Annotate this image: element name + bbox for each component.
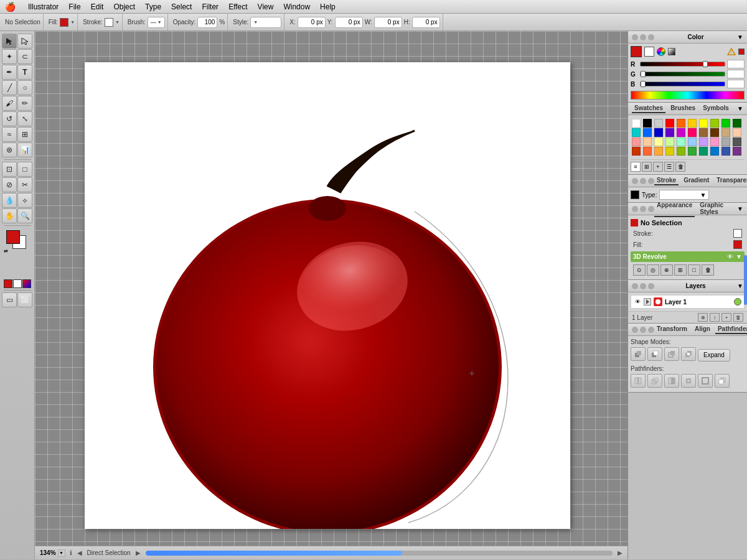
swatch-item[interactable] (665, 147, 674, 156)
appearance-panel-min[interactable] (640, 206, 646, 212)
fill-indicator[interactable] (4, 279, 12, 288)
fill-appear-box[interactable] (733, 240, 742, 249)
scroll-bar[interactable] (146, 551, 613, 556)
layers-panel-menu[interactable]: ▼ (737, 282, 743, 289)
layers-panel-close[interactable] (632, 283, 638, 289)
g-slider-track[interactable] (640, 72, 725, 77)
divide-btn[interactable] (631, 374, 646, 388)
menu-edit[interactable]: Edit (86, 1, 109, 12)
b-slider-thumb[interactable] (641, 81, 646, 87)
y-input[interactable] (335, 17, 363, 28)
swatch-item[interactable] (710, 138, 719, 146)
stroke-dropdown-arrow[interactable]: ▼ (115, 20, 120, 24)
swatch-item[interactable] (710, 128, 719, 137)
symbol-sprayer-tool[interactable]: ⊛ (2, 142, 17, 157)
stroke-color-square[interactable] (631, 190, 639, 199)
expand-button[interactable]: Expand (698, 349, 730, 362)
r-slider-track[interactable] (640, 62, 725, 67)
tab-stroke[interactable]: Stroke (654, 176, 679, 185)
swatch-item[interactable] (688, 138, 697, 146)
trim-btn[interactable] (647, 374, 662, 388)
panel-scrollbar[interactable] (744, 255, 747, 305)
layer-eye-icon[interactable]: 👁 (634, 298, 641, 306)
scroll-right-arrow[interactable]: ▶ (618, 549, 622, 556)
normal-view-tool[interactable]: ▭ (2, 292, 17, 307)
color-gamut-indicator[interactable] (738, 49, 745, 55)
w-input[interactable] (374, 17, 402, 28)
prev-arrow[interactable]: ◀ (77, 549, 82, 556)
appearance-panel-max[interactable] (648, 206, 654, 212)
type-tool[interactable]: T (17, 65, 32, 80)
swatches-panel-menu[interactable]: ▼ (737, 105, 743, 112)
tab-align[interactable]: Align (692, 325, 713, 334)
swatch-item[interactable] (632, 128, 641, 137)
unite-btn[interactable] (631, 347, 646, 361)
style-dropdown[interactable]: ▼ (250, 17, 281, 28)
menu-object[interactable]: Object (108, 1, 140, 12)
swatch-item[interactable] (721, 138, 730, 146)
menu-illustrator[interactable]: Illustrator (23, 1, 63, 12)
fill-dropdown-arrow[interactable]: ▼ (70, 20, 75, 24)
swatch-item[interactable] (733, 147, 741, 156)
gradient-indicator[interactable] (22, 279, 31, 288)
warp-tool[interactable]: ≈ (2, 127, 17, 142)
r-value-input[interactable]: 189 (727, 60, 745, 68)
scale-tool[interactable]: ⤡ (17, 111, 32, 126)
swatch-item[interactable] (677, 138, 685, 146)
brush-dropdown[interactable]: —▼ (148, 17, 165, 28)
tab-swatches[interactable]: Swatches (632, 104, 665, 113)
color-panel-min[interactable] (640, 34, 646, 40)
swatch-item[interactable] (665, 128, 674, 137)
stroke-appear-box[interactable] (733, 229, 742, 238)
swap-colors-icon[interactable]: ⇄ (4, 248, 8, 254)
tab-gradient[interactable]: Gradient (681, 176, 712, 185)
effect-visibility-icon[interactable]: 👁 (727, 253, 733, 260)
swatch-item[interactable] (733, 138, 741, 146)
swatch-item[interactable] (643, 147, 652, 156)
tab-graphic-styles[interactable]: Graphic Styles (697, 201, 737, 217)
info-icon[interactable]: ℹ (70, 549, 72, 556)
outline-btn[interactable] (698, 374, 713, 388)
g-slider-thumb[interactable] (641, 71, 646, 77)
direct-selection-tool[interactable] (17, 34, 32, 49)
stroke-panel-close[interactable] (632, 178, 638, 184)
tab-transparency[interactable]: Transparency (714, 176, 747, 185)
swatch-item[interactable] (654, 119, 663, 128)
rectangle-tool[interactable]: □ (17, 162, 32, 177)
menu-window[interactable]: Window (278, 1, 315, 12)
column-graph-tool[interactable]: 📊 (17, 142, 32, 157)
color-wheel-icon[interactable] (657, 47, 665, 56)
paintbrush-tool[interactable]: 🖌 (2, 96, 17, 111)
layers-panel-max[interactable] (648, 283, 654, 289)
apple-menu[interactable]: 🍎 (5, 2, 16, 12)
swatch-item[interactable] (654, 138, 663, 146)
swatch-item[interactable] (721, 128, 730, 137)
move-to-layer-btn[interactable]: ↕ (710, 313, 720, 322)
swatch-item[interactable] (632, 138, 641, 146)
tab-symbols[interactable]: Symbols (700, 104, 731, 113)
appearance-panel-close[interactable] (632, 206, 638, 212)
stroke-panel-max[interactable] (648, 178, 654, 184)
stroke-panel-min[interactable] (640, 178, 646, 184)
new-layer-btn[interactable]: + (721, 313, 731, 322)
crop-btn[interactable] (681, 374, 696, 388)
ellipse-tool[interactable]: ○ (17, 80, 32, 95)
grayscale-icon[interactable] (668, 48, 675, 55)
swatch-item[interactable] (643, 128, 652, 137)
swatch-item[interactable] (654, 147, 663, 156)
tab-transform[interactable]: Transform (654, 325, 690, 334)
delete-swatch-btn[interactable]: 🗑 (675, 162, 685, 172)
pathfinder-panel-close[interactable] (632, 327, 638, 333)
swatch-item[interactable] (643, 138, 652, 146)
show-all-swatches-btn[interactable]: ≡ (631, 162, 641, 172)
fill-color-box[interactable] (60, 18, 68, 27)
exclude-btn[interactable] (681, 347, 696, 361)
swatch-item[interactable] (710, 119, 719, 128)
scissors-tool[interactable]: ✂ (17, 177, 32, 192)
none-indicator[interactable] (13, 279, 22, 288)
swatch-item[interactable] (677, 119, 685, 128)
swatch-item[interactable] (699, 138, 708, 146)
tab-pathfinder[interactable]: Pathfinder (715, 325, 747, 334)
swatch-item[interactable] (699, 128, 708, 137)
swatch-item[interactable] (665, 138, 674, 146)
